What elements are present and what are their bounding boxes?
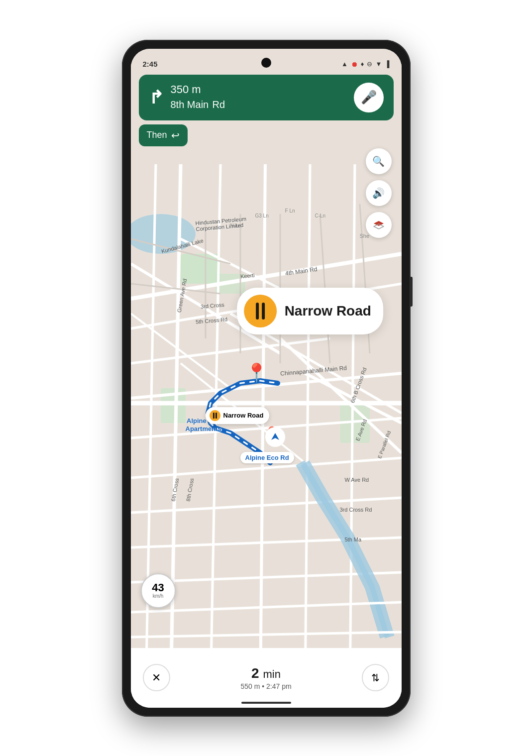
speed-unit: km/h	[153, 593, 164, 599]
audio-icon: 🔊	[372, 187, 385, 199]
svg-marker-41	[271, 433, 279, 440]
search-button[interactable]: 🔍	[366, 148, 392, 174]
wifi-icon: ▼	[375, 60, 382, 68]
eta-details: 550 m • 2:47 pm	[240, 682, 291, 690]
close-icon: ✕	[152, 671, 161, 684]
home-indicator[interactable]	[241, 702, 291, 704]
status-time: 2:45	[143, 60, 158, 68]
alpine-eco-road-text: Alpine Eco Rd	[245, 454, 289, 461]
road-bar-left	[256, 303, 259, 320]
navigation-arrow	[265, 427, 285, 447]
search-icon: 🔍	[372, 155, 385, 167]
turn-info: ↱ 350 m 8th Main Rd	[149, 83, 225, 111]
close-navigation-button[interactable]: ✕	[143, 664, 170, 691]
alpine-eco-road-label: Alpine Eco Rd	[240, 452, 294, 463]
then-label: Then	[147, 130, 167, 140]
narrow-road-tooltip[interactable]: Narrow Road	[237, 288, 383, 334]
pin-bar-1	[213, 413, 214, 419]
then-card: Then ↩	[139, 124, 188, 146]
location-icon: ♦	[361, 60, 364, 68]
bottom-nav: ✕ 2 min 550 m • 2:47 pm ⇅	[131, 648, 402, 708]
navigation-status-icon: ▲	[341, 60, 348, 68]
street-suffix: Rd	[212, 99, 225, 110]
pin-bar-2	[215, 413, 217, 419]
eta-distance: 550 m	[240, 682, 260, 690]
narrow-road-pin-label: Narrow Road	[223, 412, 264, 419]
pin-icon-bars	[213, 413, 217, 419]
speed-value: 43	[152, 582, 164, 593]
narrow-road-map-pin[interactable]: Narrow Road	[206, 407, 270, 424]
right-buttons: 🔍 🔊	[366, 148, 392, 238]
destination-pin: 📍	[245, 362, 268, 383]
then-turn-arrow: ↩	[171, 129, 180, 141]
routes-icon: ⇅	[371, 672, 380, 684]
eta-time: 2 min	[240, 665, 291, 681]
turn-direction-arrow: ↱	[149, 87, 164, 108]
turn-card: ↱ 350 m 8th Main Rd 🎤	[139, 75, 394, 120]
narrow-road-bars	[251, 300, 270, 322]
power-button	[410, 277, 413, 307]
status-icons: ▲ ⏺ ♦ ⊖ ▼ ▐	[341, 60, 390, 68]
eta-arrival: 2:47 pm	[266, 682, 292, 690]
turn-street: 8th Main Rd	[171, 96, 225, 111]
recording-icon: ⏺	[351, 60, 358, 68]
camera-notch	[261, 58, 271, 68]
phone-frame: Hindustan PetroleumCorporation Limited K…	[122, 40, 411, 717]
eta-minutes: 2	[251, 665, 259, 681]
eta-info: 2 min 550 m • 2:47 pm	[240, 665, 291, 690]
minus-icon: ⊖	[367, 60, 372, 68]
nav-arrow-bg	[265, 427, 285, 447]
layers-icon	[373, 220, 384, 229]
audio-button[interactable]: 🔊	[366, 180, 392, 206]
road-bar-right	[262, 303, 265, 320]
routes-button[interactable]: ⇅	[362, 664, 389, 691]
pin-icon-small	[210, 410, 220, 421]
nav-arrow-icon	[270, 432, 280, 442]
nav-header: ↱ 350 m 8th Main Rd 🎤 Then ↩	[139, 75, 394, 146]
layers-button[interactable]	[366, 212, 392, 238]
narrow-road-label: Narrow Road	[285, 303, 371, 319]
svg-marker-39	[374, 221, 384, 226]
page-wrapper: Hindustan PetroleumCorporation Limited K…	[0, 0, 532, 756]
battery-icon: ▐	[385, 60, 389, 68]
phone-screen: Hindustan PetroleumCorporation Limited K…	[131, 49, 402, 708]
turn-distance: 350 m	[171, 83, 225, 96]
narrow-road-icon	[244, 295, 277, 327]
street-name: 8th Main	[171, 99, 209, 110]
mic-icon: 🎤	[361, 90, 377, 105]
mic-button[interactable]: 🎤	[354, 83, 384, 112]
eta-min-label: min	[263, 668, 280, 680]
turn-text: 350 m 8th Main Rd	[171, 83, 225, 111]
speed-indicator: 43 km/h	[141, 573, 176, 608]
